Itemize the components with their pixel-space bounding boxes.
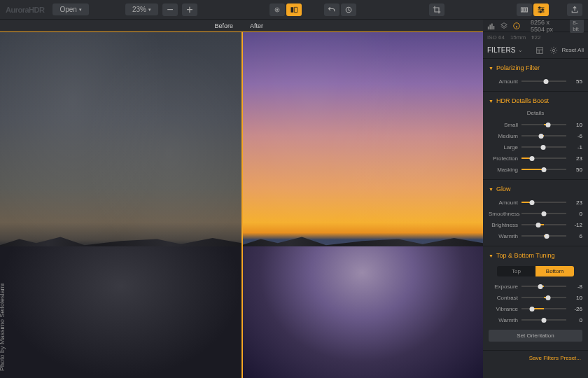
slider-track[interactable] xyxy=(522,146,566,148)
set-orientation-button[interactable]: Set Orientation xyxy=(489,330,582,342)
undo-icon[interactable] xyxy=(324,4,340,16)
slider-track[interactable] xyxy=(522,202,566,203)
slider-value: 23 xyxy=(570,200,582,206)
slider-row: Contrast10 xyxy=(483,292,588,303)
slider-label: Small xyxy=(489,122,518,128)
section-name: Polarizing Filter xyxy=(496,64,540,71)
histogram-icon[interactable] xyxy=(487,22,496,30)
history-icon[interactable] xyxy=(341,4,356,16)
export-icon[interactable] xyxy=(567,4,582,16)
save-preset-button[interactable]: Save Filters Preset... xyxy=(483,351,588,365)
section-header[interactable]: ▼HDR Details Boost xyxy=(483,96,588,108)
zoom-out-button[interactable]: − xyxy=(162,4,178,16)
section-header[interactable]: ▼Top & Bottom Tuning xyxy=(483,251,588,263)
slider-value: 0 xyxy=(570,317,582,323)
svg-point-1 xyxy=(276,8,278,10)
slider-knob[interactable] xyxy=(538,284,542,289)
section-header[interactable]: ▼Glow xyxy=(483,184,588,197)
compare-view-icon[interactable] xyxy=(286,4,302,16)
compare-divider[interactable] xyxy=(241,32,243,378)
slider-label: Medium xyxy=(489,133,518,139)
layers-icon[interactable] xyxy=(500,22,508,30)
top-toolbar: AuroraHDR Open▾ 23%▾ − + xyxy=(0,0,588,20)
slider-track[interactable] xyxy=(522,135,566,136)
slider-knob[interactable] xyxy=(529,200,534,205)
slider-value: 55 xyxy=(570,78,582,85)
slider-knob[interactable] xyxy=(542,318,547,323)
zoom-in-button[interactable]: + xyxy=(182,4,197,16)
slider-label: Warmth xyxy=(489,233,518,239)
slider-value: 23 xyxy=(570,155,582,162)
slider-label: Exposure xyxy=(489,284,518,290)
slider-row: Amount23 xyxy=(483,197,588,208)
slider-track[interactable] xyxy=(522,169,566,170)
slider-track[interactable] xyxy=(522,80,566,82)
slider-row: Small10 xyxy=(483,119,588,130)
photo-credit: Photo by Massimo Seifoleslami xyxy=(0,284,6,371)
section-header[interactable]: ▼Polarizing Filter xyxy=(483,63,588,76)
slider-track[interactable] xyxy=(522,297,566,298)
zoom-dropdown[interactable]: 23%▾ xyxy=(125,4,158,15)
slider-track[interactable] xyxy=(522,235,566,237)
filters-panel: 8256 x 5504 px 8-bit ISO 64 15mm f/22 FI… xyxy=(483,20,588,378)
triangle-down-icon: ▼ xyxy=(489,99,493,104)
open-button[interactable]: Open▾ xyxy=(52,4,88,15)
exif-row: ISO 64 15mm f/22 xyxy=(483,32,588,42)
svg-rect-13 xyxy=(491,23,493,29)
after-image xyxy=(241,32,483,378)
slider-value: -6 xyxy=(570,133,582,139)
slider-row: Brightness-12 xyxy=(483,219,588,230)
slider-label: Vibrance xyxy=(489,306,518,312)
before-label: Before xyxy=(0,20,241,31)
original-view-icon[interactable] xyxy=(270,4,285,16)
tab-bottom[interactable]: Bottom xyxy=(536,266,574,276)
info-icon[interactable] xyxy=(512,22,521,30)
gear-icon[interactable] xyxy=(549,46,559,55)
slider-knob[interactable] xyxy=(536,223,541,227)
slider-value: -8 xyxy=(570,284,582,290)
slider-row: Exposure-8 xyxy=(483,281,588,292)
svg-rect-16 xyxy=(537,47,543,53)
slider-knob[interactable] xyxy=(546,122,551,127)
after-label: After xyxy=(241,20,483,31)
slider-track[interactable] xyxy=(522,286,566,287)
svg-rect-3 xyxy=(295,7,298,13)
slider-knob[interactable] xyxy=(530,307,535,312)
app-logo: AuroraHDR xyxy=(6,6,44,14)
svg-rect-5 xyxy=(522,8,523,12)
slider-row: Amount55 xyxy=(483,76,588,87)
svg-rect-14 xyxy=(493,26,495,29)
slider-knob[interactable] xyxy=(542,167,547,172)
filters-panel-icon[interactable] xyxy=(533,4,549,16)
slider-row: Warmth6 xyxy=(483,230,588,241)
chevron-down-icon[interactable]: ⌄ xyxy=(518,47,523,53)
slider-knob[interactable] xyxy=(544,79,549,84)
filters-header: FILTERS ⌄ Reset All xyxy=(483,42,588,59)
slider-track[interactable] xyxy=(522,224,566,225)
exif-iso: ISO 64 xyxy=(487,34,505,41)
triangle-down-icon: ▼ xyxy=(489,187,493,192)
workspace-icon[interactable] xyxy=(535,46,545,55)
slider-knob[interactable] xyxy=(539,134,544,139)
reset-all-button[interactable]: Reset All xyxy=(561,47,584,53)
slider-track[interactable] xyxy=(522,213,566,214)
slider-knob[interactable] xyxy=(546,295,551,300)
slider-knob[interactable] xyxy=(529,156,534,161)
slider-track[interactable] xyxy=(522,319,566,321)
slider-track[interactable] xyxy=(522,308,566,309)
slider-knob[interactable] xyxy=(542,211,547,216)
slider-knob[interactable] xyxy=(541,145,546,150)
slider-track[interactable] xyxy=(522,158,566,159)
bit-depth: 8-bit xyxy=(570,20,584,33)
slider-label: Protection xyxy=(489,155,518,162)
triangle-down-icon: ▼ xyxy=(489,253,493,258)
crop-icon[interactable] xyxy=(429,4,444,16)
slider-knob[interactable] xyxy=(544,234,549,239)
slider-label: Brightness xyxy=(489,222,518,228)
slider-track[interactable] xyxy=(522,124,566,125)
tab-top[interactable]: Top xyxy=(497,266,536,276)
section-name: Top & Bottom Tuning xyxy=(496,252,555,259)
subsection-label: Details xyxy=(483,108,588,119)
presets-icon[interactable] xyxy=(517,4,532,16)
image-area[interactable]: Photo by Massimo Seifoleslami xyxy=(0,32,483,378)
